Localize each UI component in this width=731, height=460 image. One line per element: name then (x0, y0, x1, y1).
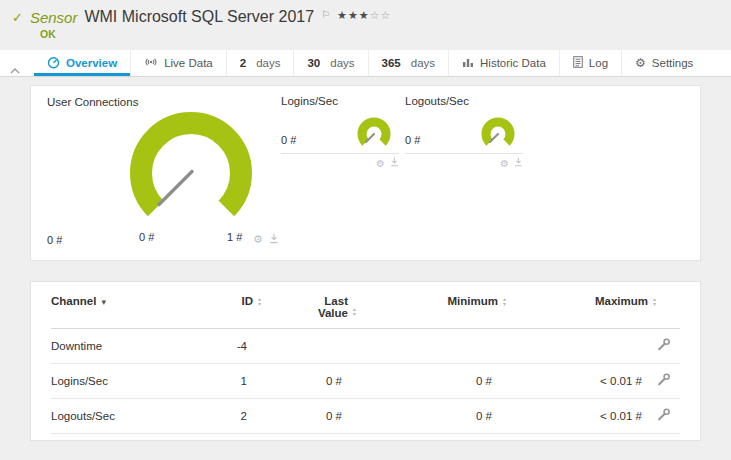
wrench-settings-icon[interactable] (656, 412, 670, 424)
sort-arrows-icon: ▴▾ (353, 307, 356, 316)
log-document-icon (573, 56, 583, 70)
column-header-last-value[interactable]: Last Value▴▾ (261, 282, 356, 329)
channel-name[interactable]: Logins/Sec (51, 364, 201, 399)
column-header-actions (656, 282, 680, 329)
stars-filled[interactable]: ★★★ (337, 9, 370, 21)
tab-overview[interactable]: Overview (34, 50, 130, 76)
gear-icon[interactable]: ⚙ (376, 158, 385, 169)
sort-arrows-icon: ▴▾ (503, 297, 506, 306)
header-label: ID (241, 295, 253, 307)
column-header-channel[interactable]: Channel▾ (51, 282, 201, 329)
tab-days-number: 30 (307, 57, 320, 69)
tab-365-days[interactable]: 365 days (368, 50, 448, 76)
tab-days-word: days (330, 57, 354, 69)
pin-download-icon[interactable] (269, 233, 279, 246)
column-header-id[interactable]: ID▴▾ (201, 282, 261, 329)
table-row: Downtime -4 (51, 329, 680, 364)
stars-empty[interactable]: ☆☆ (370, 9, 392, 21)
channel-minimum: 0 # (356, 364, 506, 399)
column-header-maximum[interactable]: Maximum▴▾ (506, 282, 656, 329)
table-row: User Connections 0 0 # 0 # 0 # (51, 434, 680, 442)
channel-name[interactable]: Downtime (51, 329, 201, 364)
gear-icon[interactable]: ⚙ (500, 158, 509, 169)
gauge-max-label: 1 # (227, 231, 242, 243)
live-signal-icon (144, 56, 158, 70)
mini-gauge-value: 0 # (281, 134, 296, 151)
mini-gauge-value: 0 # (405, 134, 420, 151)
tab-live-data[interactable]: Live Data (130, 50, 226, 76)
gauges-panel: User Connections 0 # 0 # 1 # ⚙ Logins/Se… (30, 85, 701, 261)
sensor-title-row: ✓ Sensor WMI Microsoft SQL Server 2017 ⚐… (12, 8, 719, 26)
header-label: Channel (51, 295, 96, 307)
user-connections-gauge (121, 108, 261, 228)
tab-30-days[interactable]: 30 days (293, 50, 367, 76)
gauge-toolbar: ⚙ (253, 233, 279, 246)
header-label: Minimum (448, 295, 498, 307)
table-row: Logins/Sec 1 0 # 0 # < 0.01 # (51, 364, 680, 399)
status-ok-check-icon: ✓ (12, 10, 23, 25)
priority-flag-icon[interactable]: ⚐ (321, 9, 330, 20)
channel-last-value: 0 # (261, 364, 356, 399)
channel-settings-cell (656, 329, 680, 364)
channel-minimum (356, 329, 506, 364)
tab-label: Settings (652, 57, 694, 69)
mini-gauge-toolbar: ⚙ (405, 157, 523, 169)
mini-gauge-logins: Logins/Sec 0 # ⚙ (281, 95, 399, 169)
channel-maximum: 0 # (506, 434, 656, 442)
header-label: Maximum (595, 295, 648, 307)
tab-label: Overview (66, 57, 117, 69)
logouts-gauge (475, 115, 521, 151)
mini-gauge-title: Logins/Sec (281, 95, 399, 107)
mini-gauge-title: Logouts/Sec (405, 95, 523, 107)
tab-label: Live Data (164, 57, 213, 69)
tab-days-word: days (411, 57, 435, 69)
tab-2-days[interactable]: 2 days (226, 50, 294, 76)
mini-gauge-row: 0 # (281, 114, 399, 154)
sort-arrows-icon: ▴▾ (258, 297, 261, 306)
pin-download-icon[interactable] (514, 157, 523, 169)
tab-historic-data[interactable]: Historic Data (448, 50, 559, 76)
chevron-up-icon[interactable] (10, 60, 20, 78)
channel-last-value (261, 329, 356, 364)
channel-name[interactable]: User Connections (51, 434, 201, 442)
table-row: Logouts/Sec 2 0 # 0 # < 0.01 # (51, 399, 680, 434)
channel-id: 0 (201, 434, 261, 442)
gauge-title-user-connections: User Connections (47, 96, 138, 108)
header-label: Last Value (310, 295, 348, 319)
wrench-settings-icon[interactable] (656, 377, 670, 389)
priority-stars[interactable]: ★★★☆☆ (337, 9, 391, 22)
channel-settings-cell (656, 434, 680, 442)
tab-days-number: 365 (382, 57, 401, 69)
mini-gauge-row: 0 # (405, 114, 523, 154)
mini-gauge-toolbar: ⚙ (281, 157, 399, 169)
channel-id: -4 (201, 329, 261, 364)
tab-settings[interactable]: ⚙ Settings (621, 50, 706, 76)
gear-icon: ⚙ (635, 56, 646, 70)
channel-last-value: 0 # (261, 399, 356, 434)
gauge-needle (159, 172, 192, 205)
tab-bar: Overview Live Data 2 days 30 days 365 da… (0, 50, 731, 77)
sort-arrows-icon: ▴▾ (653, 297, 656, 306)
channel-maximum (506, 329, 656, 364)
sensor-header: ✓ Sensor WMI Microsoft SQL Server 2017 ⚐… (0, 0, 731, 45)
gear-icon[interactable]: ⚙ (253, 233, 263, 246)
channel-minimum: 0 # (356, 434, 506, 442)
object-kind-label: Sensor (30, 9, 78, 26)
column-header-minimum[interactable]: Minimum▴▾ (356, 282, 506, 329)
tab-days-number: 2 (240, 57, 246, 69)
wrench-settings-icon[interactable] (656, 342, 670, 354)
channel-settings-cell (656, 364, 680, 399)
channel-name[interactable]: Logouts/Sec (51, 399, 201, 434)
status-badge: OK (40, 28, 719, 40)
pin-download-icon[interactable] (390, 157, 399, 169)
tab-log[interactable]: Log (559, 50, 621, 76)
tab-label: Log (589, 57, 608, 69)
channels-table: Channel▾ ID▴▾ Last Value▴▾ Minimum▴▾ Max… (51, 282, 680, 441)
gauge-icon (47, 56, 60, 71)
channel-id: 2 (201, 399, 261, 434)
tab-days-word: days (256, 57, 280, 69)
channel-maximum: < 0.01 # (506, 399, 656, 434)
table-header-row: Channel▾ ID▴▾ Last Value▴▾ Minimum▴▾ Max… (51, 282, 680, 329)
gauge-min-label: 0 # (139, 231, 154, 243)
logins-gauge (351, 115, 397, 151)
